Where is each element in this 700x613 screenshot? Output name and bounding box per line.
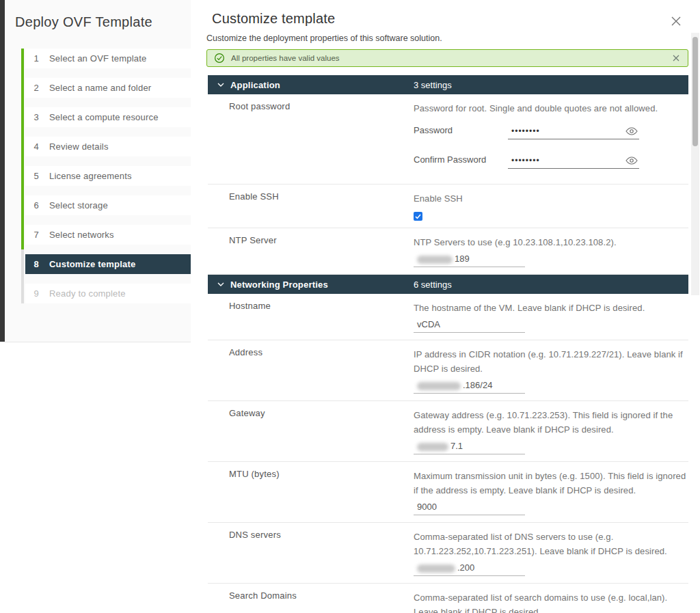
section-header-application[interactable]: Application 3 settings — [208, 75, 688, 94]
field-row-hostname: Hostname The hostname of the VM. Leave b… — [208, 294, 688, 340]
redacted-value — [417, 564, 455, 573]
input-value: 189 — [455, 254, 470, 264]
eye-icon[interactable] — [625, 156, 638, 165]
page-subtitle: Customize the deployment properties of t… — [206, 33, 689, 43]
dimmed-backdrop — [0, 0, 5, 342]
step-item-8-active[interactable]: 8 Customize template — [25, 254, 196, 274]
banner-message: All properties have valid values — [231, 54, 671, 62]
redacted-value — [417, 256, 453, 264]
field-label: Hostname — [208, 294, 414, 340]
confirm-password-label: Confirm Password — [414, 154, 508, 169]
field-row-root-password: Root password Password for root. Single … — [208, 94, 688, 185]
step-item-5[interactable]: 5 License agreements — [25, 166, 196, 186]
eye-icon[interactable] — [625, 127, 638, 135]
success-check-icon — [214, 53, 225, 64]
step-item-6[interactable]: 6 Select storage — [25, 195, 196, 215]
masked-password-value: •••••••• — [511, 156, 540, 165]
section-settings-count: 3 settings — [414, 80, 452, 90]
field-description: IP address in CIDR notation (e.g. 10.71.… — [414, 347, 688, 376]
settings-form: Application 3 settings Root password Pas… — [208, 75, 688, 613]
input-value: .186/24 — [463, 380, 492, 390]
step-label: Select an OVF template — [49, 53, 146, 64]
step-item-9: 9 Ready to complete — [25, 284, 196, 303]
step-number: 1 — [29, 53, 43, 64]
step-number: 3 — [29, 112, 43, 122]
wizard-steps: 1 Select an OVF template 2 Select a name… — [25, 49, 196, 303]
field-label: Enable SSH — [208, 185, 414, 228]
step-number: 7 — [29, 230, 43, 240]
ntp-server-input[interactable]: 189 — [414, 254, 525, 267]
field-row-ntp-server: NTP Server NTP Servers to use (e.g 10.23… — [208, 228, 688, 275]
step-label: Ready to complete — [49, 288, 126, 299]
field-row-mtu: MTU (bytes) Maximum transmission unit in… — [208, 462, 688, 523]
field-row-search-domains: Search Domains Comma-separated list of s… — [208, 584, 688, 613]
step-label: Select a compute resource — [49, 112, 159, 122]
customize-template-panel: Customize template Customize the deploym… — [191, 0, 689, 613]
field-description: Comma-separated list of search domains t… — [414, 590, 688, 613]
input-value: .200 — [457, 562, 474, 573]
field-label: Address — [208, 340, 414, 400]
page-title: Customize template — [191, 0, 689, 27]
step-item-7[interactable]: 7 Select networks — [25, 225, 196, 245]
field-description: NTP Servers to use (e.g 10.23.108.1,10.2… — [414, 235, 688, 249]
wizard-sidebar: Deploy OVF Template 1 Select an OVF temp… — [5, 0, 191, 342]
enable-ssh-checkbox-checked[interactable] — [414, 212, 422, 221]
step-label: License agreements — [49, 171, 132, 181]
masked-password-value: •••••••• — [511, 126, 540, 136]
dns-servers-input[interactable]: .200 — [414, 562, 525, 576]
input-value: 7.1 — [450, 441, 463, 451]
redacted-value — [417, 382, 461, 390]
field-row-gateway: Gateway Gateway address (e.g. 10.71.223.… — [208, 401, 688, 462]
field-description: Enable SSH — [414, 191, 688, 206]
banner-close-icon[interactable] — [671, 53, 681, 63]
field-row-address: Address IP address in CIDR notation (e.g… — [208, 340, 688, 401]
gateway-input[interactable]: 7.1 — [414, 441, 525, 454]
input-value: vCDA — [417, 319, 440, 329]
step-number: 4 — [29, 141, 43, 152]
address-input[interactable]: .186/24 — [414, 380, 525, 394]
field-description: Gateway address (e.g. 10.71.223.253). Th… — [414, 408, 688, 437]
step-item-2[interactable]: 2 Select a name and folder — [25, 78, 196, 98]
field-description: Comma-separated list of DNS servers to u… — [414, 530, 688, 558]
section-title: Networking Properties — [230, 280, 328, 290]
step-item-4[interactable]: 4 Review details — [25, 137, 196, 156]
password-label: Password — [414, 125, 508, 139]
step-label: Select networks — [49, 230, 114, 240]
wizard-title: Deploy OVF Template — [5, 0, 191, 31]
field-label: Search Domains — [208, 584, 414, 613]
step-label: Select a name and folder — [49, 83, 151, 93]
mtu-input[interactable]: 9000 — [414, 502, 525, 515]
field-description: Password for root. Single and double quo… — [414, 101, 688, 115]
step-number: 5 — [29, 171, 43, 181]
password-input[interactable]: •••••••• — [508, 126, 639, 139]
step-label: Review details — [49, 141, 109, 152]
field-label: MTU (bytes) — [208, 462, 414, 522]
step-number: 9 — [29, 288, 43, 299]
input-value: 9000 — [417, 502, 437, 512]
hostname-input[interactable]: vCDA — [414, 319, 525, 333]
step-number: 6 — [29, 200, 43, 210]
progress-track — [21, 49, 24, 303]
redacted-value — [417, 443, 448, 451]
field-label: NTP Server — [208, 228, 414, 274]
field-label: Root password — [208, 94, 414, 184]
scrollbar-thumb[interactable] — [692, 37, 698, 146]
step-item-1[interactable]: 1 Select an OVF template — [25, 49, 196, 68]
section-title: Application — [230, 80, 280, 90]
field-description: Maximum transmission unit in bytes (e.g.… — [414, 469, 688, 498]
step-number: 2 — [29, 83, 43, 93]
validation-success-banner: All properties have valid values — [206, 49, 688, 67]
step-item-3[interactable]: 3 Select a compute resource — [25, 107, 196, 127]
close-icon[interactable] — [670, 15, 682, 27]
field-label: DNS servers — [208, 523, 414, 583]
progress-remaining-bar — [21, 249, 24, 303]
chevron-down-icon — [217, 282, 224, 286]
chevron-down-icon — [217, 83, 224, 87]
field-row-enable-ssh: Enable SSH Enable SSH — [208, 185, 688, 228]
progress-completed-bar — [21, 49, 24, 249]
field-row-dns-servers: DNS servers Comma-separated list of DNS … — [208, 523, 688, 584]
confirm-password-input[interactable]: •••••••• — [508, 156, 639, 169]
section-header-networking[interactable]: Networking Properties 6 settings — [208, 275, 688, 294]
field-description: The hostname of the VM. Leave blank if D… — [414, 301, 688, 315]
field-label: Gateway — [208, 401, 414, 461]
